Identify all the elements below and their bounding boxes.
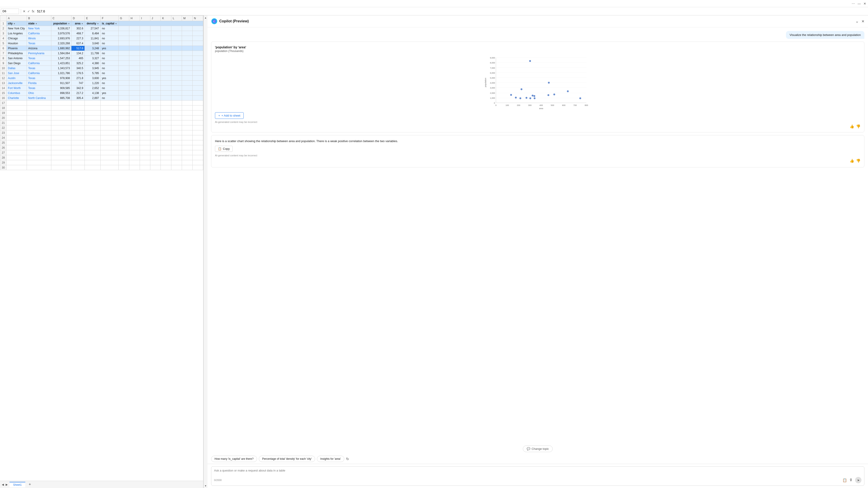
cell-B8[interactable]: Texas xyxy=(27,56,51,61)
notepad-icon[interactable]: 📋 xyxy=(842,478,847,482)
cell-E22[interactable] xyxy=(85,125,101,130)
cell-A4[interactable]: Chicago xyxy=(6,36,27,41)
cell-F17[interactable] xyxy=(100,101,119,105)
col-j-header[interactable]: J xyxy=(150,15,161,21)
cell-E14[interactable]: 2,652 xyxy=(85,86,101,91)
cell-e1[interactable]: density ▼ xyxy=(85,21,101,26)
collapse-icon[interactable]: ⌄ xyxy=(855,19,859,24)
cell-B23[interactable] xyxy=(27,130,51,135)
cell-B27[interactable] xyxy=(27,150,51,155)
cell-E19[interactable] xyxy=(85,110,101,116)
cell-E8[interactable]: 3,327 xyxy=(85,56,101,61)
cell-F5[interactable]: no xyxy=(100,41,119,46)
col-f-header[interactable]: F xyxy=(100,15,119,21)
cell-D25[interactable] xyxy=(71,140,85,145)
cell-C20[interactable] xyxy=(51,116,71,121)
cell-E25[interactable] xyxy=(85,140,101,145)
cell-A22[interactable] xyxy=(6,125,27,130)
cell-B17[interactable] xyxy=(27,101,51,105)
cell-ref-box[interactable]: D6 xyxy=(1,8,19,14)
cell-C16[interactable]: 885,708 xyxy=(51,96,71,101)
cell-D15[interactable]: 217.2 xyxy=(71,91,85,96)
cell-F14[interactable]: no xyxy=(100,86,119,91)
cell-B3[interactable]: California xyxy=(27,31,51,36)
cell-A10[interactable]: Dallas xyxy=(6,66,27,71)
cell-D16[interactable]: 305.4 xyxy=(71,96,85,101)
scroll-up-btn[interactable]: ▲ xyxy=(204,16,208,20)
col-l-header[interactable]: L xyxy=(171,15,182,21)
cell-E24[interactable] xyxy=(85,135,101,140)
more-icon[interactable]: ⋯ xyxy=(852,2,855,5)
cell-C25[interactable] xyxy=(51,140,71,145)
close-icon[interactable]: ✕ xyxy=(864,2,866,5)
cell-E15[interactable]: 4,138 xyxy=(85,91,101,96)
cell-D21[interactable] xyxy=(71,121,85,125)
sheet-table-wrapper[interactable]: A B C D E F G H I J K L M N xyxy=(0,15,203,481)
change-topic-button[interactable]: 💬 Change topic xyxy=(523,446,553,452)
cell-C17[interactable] xyxy=(51,101,71,105)
cell-E27[interactable] xyxy=(85,150,101,155)
cell-A5[interactable]: Houston xyxy=(6,41,27,46)
cell-C23[interactable] xyxy=(51,130,71,135)
cell-B29[interactable] xyxy=(27,160,51,165)
cell-D30[interactable] xyxy=(71,165,85,170)
col-e-header[interactable]: E xyxy=(85,15,101,21)
sheet-tab[interactable]: Sheet1 xyxy=(9,482,25,487)
cell-F28[interactable] xyxy=(100,155,119,160)
cell-D11[interactable]: 176.5 xyxy=(71,71,85,76)
cell-E20[interactable] xyxy=(85,116,101,121)
cell-D28[interactable] xyxy=(71,155,85,160)
cell-C19[interactable] xyxy=(51,110,71,116)
cell-F23[interactable] xyxy=(100,130,119,135)
cell-B28[interactable] xyxy=(27,155,51,160)
cell-C11[interactable]: 1,021,786 xyxy=(51,71,71,76)
cell-F11[interactable]: no xyxy=(100,71,119,76)
cell-E9[interactable]: 4,380 xyxy=(85,61,101,66)
col-n-header[interactable]: N xyxy=(193,15,203,21)
cell-F12[interactable]: yes xyxy=(100,76,119,80)
col-c-header[interactable]: C xyxy=(51,15,71,21)
cell-A20[interactable] xyxy=(6,116,27,121)
cell-D17[interactable] xyxy=(71,101,85,105)
copilot-input[interactable] xyxy=(214,469,862,476)
cell-D23[interactable] xyxy=(71,130,85,135)
thumbs-up-icon-2[interactable]: 👍 xyxy=(850,158,854,164)
cell-D14[interactable]: 342.9 xyxy=(71,86,85,91)
cell-C29[interactable] xyxy=(51,160,71,165)
mic-icon[interactable]: 🎙 xyxy=(849,478,853,482)
cell-D22[interactable] xyxy=(71,125,85,130)
cell-C24[interactable] xyxy=(51,135,71,140)
cell-E18[interactable] xyxy=(85,105,101,110)
cell-A21[interactable] xyxy=(6,121,27,125)
cell-F24[interactable] xyxy=(100,135,119,140)
cell-E4[interactable]: 11,841 xyxy=(85,36,101,41)
cell-F30[interactable] xyxy=(100,165,119,170)
cell-A15[interactable]: Columbus xyxy=(6,91,27,96)
cell-F25[interactable] xyxy=(100,140,119,145)
cell-B12[interactable]: Texas xyxy=(27,76,51,80)
cell-F6[interactable]: yes xyxy=(100,46,119,51)
cell-D20[interactable] xyxy=(71,116,85,121)
cell-B11[interactable]: California xyxy=(27,71,51,76)
cell-C4[interactable]: 2,693,976 xyxy=(51,36,71,41)
refresh-suggestions-icon[interactable]: ↻ xyxy=(346,457,349,461)
cell-E10[interactable]: 3,945 xyxy=(85,66,101,71)
cell-D13[interactable]: 747 xyxy=(71,80,85,86)
cell-F10[interactable]: no xyxy=(100,66,119,71)
cell-D12[interactable]: 271.8 xyxy=(71,76,85,80)
cell-B30[interactable] xyxy=(27,165,51,170)
cell-f1[interactable]: is_capital ▼ xyxy=(100,21,119,26)
cell-F7[interactable]: no xyxy=(100,51,119,56)
cell-B22[interactable] xyxy=(27,125,51,130)
minimize-icon[interactable]: — xyxy=(858,2,861,5)
cell-F8[interactable]: no xyxy=(100,56,119,61)
cell-F27[interactable] xyxy=(100,150,119,155)
cell-D19[interactable] xyxy=(71,110,85,116)
cell-A11[interactable]: San Jose xyxy=(6,71,27,76)
cell-F19[interactable] xyxy=(100,110,119,116)
cell-B2[interactable]: New York xyxy=(27,26,51,31)
cell-F20[interactable] xyxy=(100,116,119,121)
suggestion-chip-2[interactable]: Insights for 'area' xyxy=(317,456,344,462)
col-a-header[interactable]: A xyxy=(6,15,27,21)
cell-E6[interactable]: 3,248 xyxy=(85,46,101,51)
